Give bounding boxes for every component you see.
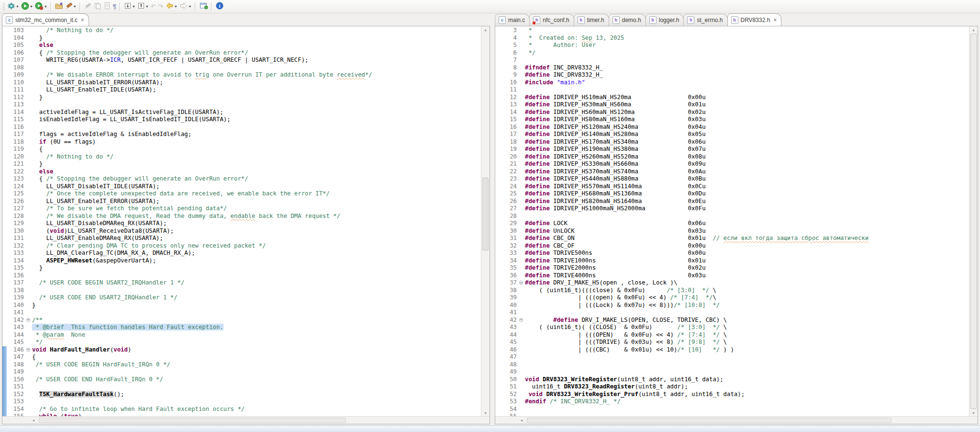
- fold-collapse-icon[interactable]: [519, 281, 523, 284]
- code-text[interactable]: }: [32, 160, 481, 168]
- annotation-ruler[interactable]: [495, 242, 500, 250]
- selection-range-bar[interactable]: [2, 353, 7, 361]
- undo-button-disabled[interactable]: ↶: [150, 1, 157, 12]
- annotation-ruler[interactable]: [2, 250, 7, 257]
- fold-collapse-icon[interactable]: [26, 348, 30, 352]
- code-line[interactable]: 8#ifndef INC_DRV8332_H_: [495, 64, 969, 72]
- info-button[interactable]: i: [215, 1, 224, 12]
- line-number[interactable]: 134: [7, 257, 26, 265]
- code-line[interactable]: 138: [2, 287, 481, 295]
- line-number[interactable]: 51: [500, 383, 519, 391]
- line-number[interactable]: 148: [7, 361, 26, 369]
- line-number[interactable]: 30: [500, 227, 519, 235]
- line-number[interactable]: 32: [500, 242, 519, 250]
- code-text[interactable]: /* USER CODE BEGIN USART2_IRQHandler 1 *…: [32, 279, 481, 287]
- code-text[interactable]: #define IDRIVEP_HS570maN_HS1140ma 0x0Cu: [525, 183, 969, 191]
- annotation-ruler[interactable]: [2, 317, 7, 324]
- code-line[interactable]: 107 WRITE_REG(USARTA->ICR, USART_ICR_FEC…: [2, 57, 481, 64]
- code-line[interactable]: 7: [495, 57, 969, 64]
- annotation-ruler[interactable]: [2, 101, 7, 109]
- code-text[interactable]: /**: [32, 317, 481, 324]
- previous-edit-dropdown-caret[interactable]: ▼: [145, 5, 149, 8]
- right-hscroll-thumb[interactable]: [527, 418, 891, 423]
- annotation-ruler[interactable]: [495, 168, 500, 176]
- code-line[interactable]: 43 ( (uint16_t)( ((CLOSE) & 0x0Fu) /* [3…: [495, 324, 969, 331]
- code-line[interactable]: 33#define TDRIVE500ns 0x00u: [495, 250, 969, 257]
- code-line[interactable]: 25#define IDRIVEP_HS680maN_HS1360ma 0x0D…: [495, 190, 969, 198]
- annotation-ruler[interactable]: [2, 205, 7, 213]
- left-lines[interactable]: 103 /* Nothing to do */104 }105 else106 …: [2, 26, 481, 416]
- line-number[interactable]: 19: [500, 146, 519, 153]
- annotation-ruler[interactable]: [2, 235, 7, 242]
- line-number[interactable]: 108: [7, 64, 26, 72]
- code-text[interactable]: | (((TDRIVE) & 0x03u) << 8) /* [9:8] */ …: [525, 339, 969, 346]
- line-number[interactable]: 126: [7, 198, 26, 205]
- annotation-ruler[interactable]: [2, 264, 7, 272]
- code-text[interactable]: #define IDRIVEP_HS440maN_HS880ma 0x0Bu: [525, 175, 969, 183]
- code-line[interactable]: 28: [495, 213, 969, 220]
- line-number[interactable]: 17: [500, 131, 519, 138]
- annotation-ruler[interactable]: [495, 57, 500, 64]
- code-line[interactable]: 48: [495, 361, 969, 369]
- code-line[interactable]: 119 {: [2, 146, 481, 153]
- line-number[interactable]: 130: [7, 227, 26, 235]
- annotation-ruler[interactable]: [2, 213, 7, 220]
- code-text[interactable]: #define TDRIVE4000ns 0x03u: [525, 272, 969, 280]
- code-line[interactable]: 109 /* We disable ERROR interrupt to avo…: [2, 71, 481, 79]
- code-text[interactable]: /* Go to infinite loop when Hard Fault e…: [32, 406, 481, 413]
- annotation-ruler[interactable]: [495, 175, 500, 183]
- code-line[interactable]: 9#define INC_DRV8332_H_: [495, 71, 969, 79]
- code-text[interactable]: [32, 124, 481, 131]
- code-line[interactable]: 54: [495, 406, 969, 413]
- code-line[interactable]: 29#define LOCK 0x06u: [495, 220, 969, 227]
- line-number[interactable]: 4: [500, 34, 519, 42]
- line-number[interactable]: 49: [500, 368, 519, 376]
- annotation-ruler[interactable]: [495, 160, 500, 168]
- code-text[interactable]: [32, 101, 481, 109]
- annotation-ruler[interactable]: [495, 406, 500, 413]
- scroll-up-icon[interactable]: ▲: [481, 26, 490, 33]
- code-text[interactable]: #ifndef INC_DRV8332_H_: [525, 64, 969, 72]
- annotation-ruler[interactable]: [2, 109, 7, 116]
- code-text[interactable]: #define TDRIVE2000ns 0x02u: [525, 264, 969, 272]
- code-text[interactable]: TSK_HardwareFaultTask();: [32, 391, 481, 398]
- annotation-ruler[interactable]: [495, 101, 500, 109]
- code-line[interactable]: 143 * @brief This function handles Hard …: [2, 324, 481, 331]
- annotation-ruler[interactable]: [495, 183, 500, 191]
- annotation-ruler[interactable]: [2, 220, 7, 227]
- code-text[interactable]: LL_USART_DisableIT_ERROR(USARTA);: [32, 79, 481, 87]
- line-number[interactable]: 48: [500, 361, 519, 369]
- line-number[interactable]: 20: [500, 153, 519, 161]
- scroll-left-icon[interactable]: ◄: [30, 417, 37, 424]
- debug-button[interactable]: ▼: [6, 1, 20, 12]
- line-number[interactable]: 103: [7, 27, 26, 34]
- line-number[interactable]: 145: [7, 339, 26, 346]
- annotation-ruler[interactable]: [2, 175, 7, 183]
- code-text[interactable]: #define IDRIVEP_HS10maN_HS20ma 0x00u: [525, 94, 969, 102]
- code-text[interactable]: void DRV8323_WriteRegister_Pruf(uint8_t …: [525, 391, 969, 398]
- code-line[interactable]: 135 }: [2, 264, 481, 272]
- line-number[interactable]: 155: [7, 413, 26, 416]
- code-line[interactable]: 113: [2, 101, 481, 109]
- line-number[interactable]: 128: [7, 213, 26, 220]
- code-text[interactable]: #define IDRIVEP_HS680maN_HS1360ma 0x0Du: [525, 190, 969, 198]
- line-number[interactable]: 25: [500, 190, 519, 198]
- line-number[interactable]: 133: [7, 250, 26, 257]
- line-number[interactable]: 40: [500, 302, 519, 309]
- code-text[interactable]: void HardFault_Handler(void): [32, 346, 481, 354]
- line-number[interactable]: 119: [7, 146, 26, 153]
- tab-st-errno-h[interactable]: hst_errno.h: [683, 14, 727, 26]
- code-line[interactable]: 103 /* Nothing to do */: [2, 27, 481, 34]
- code-text[interactable]: [32, 383, 481, 391]
- scroll-down-icon[interactable]: ▼: [969, 409, 978, 416]
- line-number[interactable]: 41: [500, 309, 519, 317]
- code-text[interactable]: (void)LL_USART_ReceiveData8(USARTA);: [32, 227, 481, 235]
- line-number[interactable]: 137: [7, 279, 26, 287]
- annotation-ruler[interactable]: [2, 242, 7, 250]
- annotation-ruler[interactable]: [495, 257, 500, 265]
- code-line[interactable]: 106 { /* Stopping the debugger will gene…: [2, 49, 481, 57]
- annotation-ruler[interactable]: [2, 190, 7, 198]
- code-line[interactable]: 47: [495, 353, 969, 361]
- tab-timer-h[interactable]: htimer.h: [574, 14, 609, 26]
- code-line[interactable]: 140}: [2, 302, 481, 309]
